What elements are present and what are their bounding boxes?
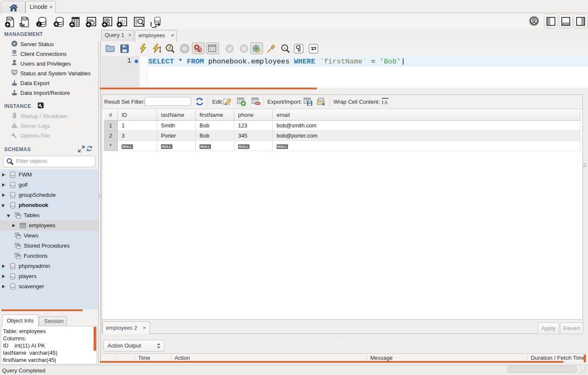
svg-text:SQL: SQL bbox=[22, 18, 28, 21]
svg-text:i: i bbox=[39, 22, 40, 27]
svg-text:I: I bbox=[382, 99, 383, 105]
svg-text:A: A bbox=[283, 46, 286, 50]
svg-text:A: A bbox=[384, 99, 388, 105]
svg-text:SQL: SQL bbox=[7, 18, 13, 21]
